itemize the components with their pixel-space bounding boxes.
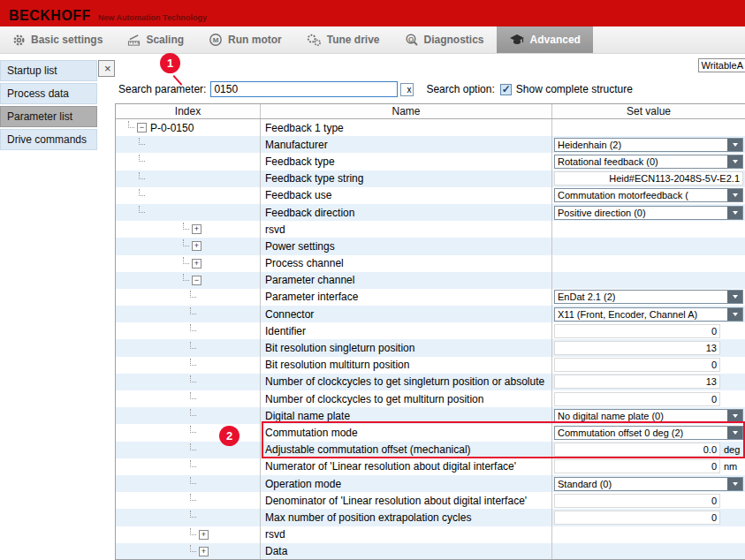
value-field[interactable]: Commutation motorfeedback ( bbox=[554, 188, 743, 202]
value-wrap: 0 bbox=[554, 392, 743, 406]
sidebar-item-parameter-list[interactable]: Parameter list bbox=[0, 106, 97, 127]
value-field[interactable]: 0 bbox=[554, 392, 720, 406]
value-field[interactable]: EnDat 2.1 (2) bbox=[554, 290, 743, 304]
value-field[interactable]: 0 bbox=[554, 324, 720, 338]
set-value-cell: EnDat 2.1 (2) bbox=[552, 289, 745, 306]
set-value-cell: X11 (Front, Encoder, Channel A) bbox=[552, 306, 745, 322]
dropdown-arrow-icon[interactable] bbox=[727, 478, 742, 490]
set-value-cell: 0 nm bbox=[552, 458, 745, 475]
tab-tune-drive[interactable]: Tune drive bbox=[294, 26, 392, 53]
index-cell bbox=[116, 475, 261, 492]
value-field[interactable]: 13 bbox=[554, 341, 720, 355]
value-wrap: 0 bbox=[554, 494, 743, 508]
tree-connector bbox=[190, 409, 196, 416]
show-complete-structure-label[interactable]: Show complete structure bbox=[516, 83, 633, 95]
tree-expander[interactable]: + bbox=[199, 530, 209, 540]
table-row: Feedback type string Heid#ECN113-2048S-5… bbox=[116, 170, 745, 187]
brand-bar: BECKHOFF New Automation Technology bbox=[0, 0, 745, 26]
value-field[interactable]: Standard (0) bbox=[554, 477, 743, 491]
index-cell bbox=[116, 306, 261, 322]
dropdown-arrow-icon[interactable] bbox=[727, 139, 742, 151]
clear-search-button[interactable]: x bbox=[400, 83, 414, 96]
index-cell bbox=[116, 509, 261, 526]
value-field[interactable]: Positive direction (0) bbox=[554, 206, 743, 220]
parameter-name: rsvd bbox=[261, 221, 552, 238]
tree-expander[interactable]: − bbox=[137, 123, 147, 132]
tab-advanced[interactable]: Advanced bbox=[497, 26, 593, 53]
table-row: + Power settings bbox=[116, 238, 745, 254]
index-cell: − bbox=[116, 272, 261, 289]
table-row: Parameter interface EnDat 2.1 (2) bbox=[116, 289, 745, 306]
tab-label: Basic settings bbox=[31, 34, 103, 46]
value-text: Commutation motorfeedback ( bbox=[558, 190, 688, 201]
sidebar-item-process-data[interactable]: Process data bbox=[0, 83, 97, 104]
parameter-name: Max number of position extrapolation cyc… bbox=[261, 509, 552, 526]
table-row: − P-0-0150 Feedback 1 type bbox=[116, 119, 745, 136]
tab-diagnostics[interactable]: Q Diagnostics bbox=[392, 26, 497, 53]
tree-expander[interactable]: + bbox=[192, 241, 201, 251]
drive-manager-window: BECKHOFF New Automation Technology Basic… bbox=[0, 0, 745, 560]
tree-expander[interactable]: + bbox=[199, 547, 209, 556]
sidebar-item-startup-list[interactable]: Startup list bbox=[0, 60, 97, 81]
value-field[interactable]: 0 bbox=[554, 358, 720, 372]
tree-connector bbox=[190, 359, 196, 366]
tree-connector bbox=[190, 324, 196, 331]
dropdown-arrow-icon[interactable] bbox=[727, 308, 742, 321]
brand-tagline: New Automation Technology bbox=[98, 13, 207, 23]
parameter-name: Number of clockcycles to get singleturn … bbox=[261, 374, 552, 390]
parameter-name: Data bbox=[261, 543, 552, 560]
dropdown-arrow-icon[interactable] bbox=[727, 155, 742, 168]
tree-connector bbox=[190, 291, 196, 298]
value-field[interactable]: Heid#ECN113-2048S-5V-E2.1 bbox=[554, 171, 743, 185]
value-text: 0 bbox=[711, 394, 717, 405]
tab-basic-settings[interactable]: Basic settings bbox=[0, 26, 115, 53]
dropdown-arrow-icon[interactable] bbox=[727, 189, 742, 201]
value-text: Heidenhain (2) bbox=[558, 140, 621, 150]
toolbar: Basic settings Scaling M Run motor Tune … bbox=[0, 26, 745, 54]
value-field[interactable]: 0 bbox=[554, 459, 720, 473]
parameter-index: P-0-0150 bbox=[150, 122, 194, 134]
tree-connector bbox=[128, 121, 134, 128]
search-input[interactable] bbox=[210, 81, 398, 97]
value-field[interactable]: 0 bbox=[554, 511, 720, 525]
set-value-cell: Commutation motorfeedback ( bbox=[552, 187, 745, 204]
set-value-cell: Heid#ECN113-2048S-5V-E2.1 bbox=[552, 170, 745, 187]
show-complete-structure-checkbox[interactable] bbox=[500, 84, 512, 95]
tree-connector bbox=[190, 342, 196, 349]
table-row: + Process channel bbox=[116, 255, 745, 272]
value-field[interactable]: Heidenhain (2) bbox=[554, 138, 743, 152]
motor-icon: M bbox=[209, 33, 223, 47]
set-value-cell: 0 bbox=[552, 509, 745, 526]
annotation-badge-1: 1 bbox=[160, 53, 180, 73]
value-field[interactable]: 13 bbox=[554, 375, 720, 389]
dropdown-arrow-icon[interactable] bbox=[727, 410, 742, 422]
table-row: Number of clockcycles to get multiturn p… bbox=[116, 390, 745, 407]
search-option-label: Search option: bbox=[426, 83, 494, 95]
writable-label: WritableA bbox=[698, 58, 745, 72]
parameter-name: Feedback direction bbox=[261, 204, 552, 221]
tree-connector bbox=[139, 172, 145, 179]
dropdown-arrow-icon[interactable] bbox=[727, 291, 742, 303]
value-field[interactable]: X11 (Front, Encoder, Channel A) bbox=[554, 307, 743, 322]
value-field[interactable]: Rotational feedback (0) bbox=[554, 155, 743, 169]
tab-label: Diagnostics bbox=[424, 34, 484, 46]
set-value-cell bbox=[552, 221, 745, 238]
dropdown-arrow-icon[interactable] bbox=[727, 207, 742, 219]
close-button[interactable]: × bbox=[98, 60, 115, 77]
table-row: − Parameter channel bbox=[116, 272, 745, 289]
value-wrap: X11 (Front, Encoder, Channel A) bbox=[554, 307, 743, 322]
tree-expander[interactable]: + bbox=[192, 224, 201, 234]
sidebar-item-drive-commands[interactable]: Drive commands bbox=[0, 129, 97, 150]
value-text: Heid#ECN113-2048S-5V-E2.1 bbox=[609, 173, 740, 184]
tree-expander[interactable]: − bbox=[192, 276, 201, 285]
graduation-cap-icon bbox=[509, 34, 525, 46]
value-field[interactable]: 0 bbox=[554, 494, 720, 508]
parameter-name: rsvd bbox=[261, 526, 552, 543]
value-wrap: 0 bbox=[554, 358, 743, 372]
tab-run-motor[interactable]: M Run motor bbox=[196, 26, 294, 53]
tree-expander[interactable]: + bbox=[192, 259, 201, 269]
set-value-cell: Standard (0) bbox=[552, 475, 745, 492]
tab-scaling[interactable]: Scaling bbox=[115, 26, 196, 53]
index-cell bbox=[116, 289, 261, 306]
tree-connector bbox=[190, 545, 196, 552]
